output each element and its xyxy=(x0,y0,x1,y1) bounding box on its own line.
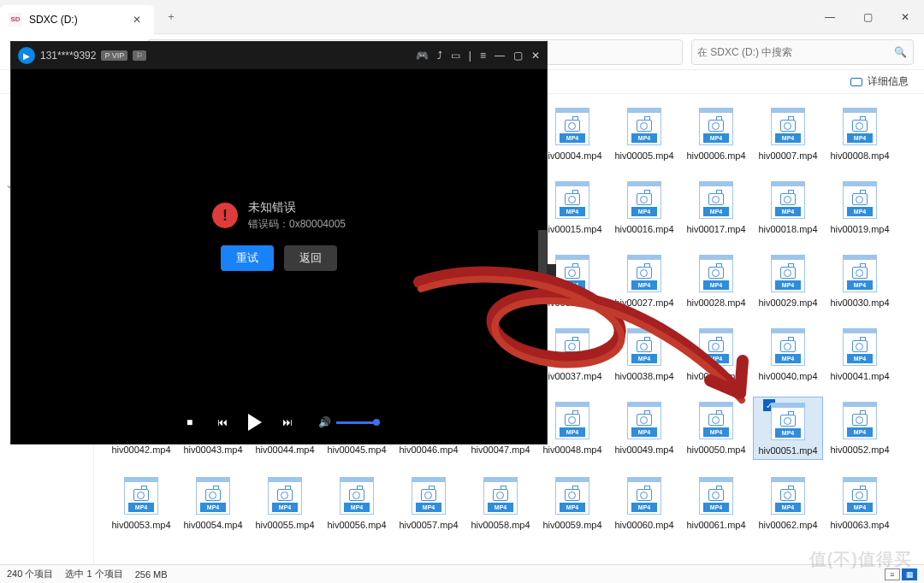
mp4-file-icon: MP4 xyxy=(843,181,877,219)
browser-tab[interactable]: SD SDXC (D:) ✕ xyxy=(0,5,154,34)
view-details-button[interactable]: ≡ xyxy=(885,568,900,580)
file-item[interactable]: MP4hiv00038.mp4 xyxy=(609,323,679,385)
file-item[interactable]: MP4hiv00040.mp4 xyxy=(753,323,823,385)
file-name: hiv00049.mp4 xyxy=(614,445,673,455)
search-input[interactable] xyxy=(697,46,892,58)
details-button[interactable]: 详细信息 xyxy=(868,74,909,89)
file-item[interactable]: MP4hiv00029.mp4 xyxy=(753,250,823,311)
mp4-file-icon: MP4 xyxy=(843,108,877,145)
player-avatar-icon[interactable]: ▶ xyxy=(18,47,35,64)
player-menu-icon[interactable]: ≡ xyxy=(480,50,486,62)
file-item[interactable]: MP4hiv00015.mp4 xyxy=(537,176,607,238)
mp4-file-icon: MP4 xyxy=(627,328,661,366)
file-item[interactable]: MP4hiv00048.mp4 xyxy=(537,397,607,460)
file-name: hiv00019.mp4 xyxy=(830,224,889,234)
mp4-file-icon: MP4 xyxy=(555,108,589,145)
file-item[interactable]: MP4hiv00059.mp4 xyxy=(537,472,607,533)
mp4-file-icon: MP4 xyxy=(627,255,661,292)
file-item[interactable]: MP4hiv00062.mp4 xyxy=(753,472,823,533)
file-item[interactable]: MP4hiv00054.mp4 xyxy=(178,472,248,533)
mp4-file-icon: MP4 xyxy=(699,108,733,145)
volume-control[interactable]: 🔊 xyxy=(318,416,377,428)
file-item[interactable]: MP4hiv00050.mp4 xyxy=(681,397,751,460)
player-collapse-icon[interactable]: ‹ xyxy=(547,264,556,302)
file-item[interactable]: MP4hiv00006.mp4 xyxy=(681,103,751,164)
next-track-icon[interactable]: ⏭ xyxy=(279,414,296,431)
gamepad-icon[interactable]: 🎮 xyxy=(416,50,429,62)
file-item[interactable]: MP4hiv00005.mp4 xyxy=(609,103,679,164)
file-item[interactable]: MP4hiv00061.mp4 xyxy=(681,472,751,533)
back-button-player[interactable]: 返回 xyxy=(284,245,337,271)
mp4-file-icon: MP4 xyxy=(843,328,877,366)
open-folder-icon[interactable]: ▭ xyxy=(451,50,460,62)
file-name: hiv00029.mp4 xyxy=(758,297,817,308)
file-item[interactable]: MP4hiv00039.mp4 xyxy=(681,323,751,385)
file-item[interactable]: MP4hiv00052.mp4 xyxy=(825,397,895,460)
file-item[interactable]: MP4hiv00055.mp4 xyxy=(250,472,320,533)
view-grid-button[interactable]: ▦ xyxy=(902,568,917,580)
file-name: hiv00041.mp4 xyxy=(830,371,889,381)
mp4-file-icon: MP4 xyxy=(555,181,589,219)
pin-icon[interactable]: ⤴ xyxy=(437,50,442,62)
mp4-file-icon: MP4 xyxy=(196,477,230,515)
file-item[interactable]: MP4hiv00058.mp4 xyxy=(465,472,536,533)
file-name: hiv00061.mp4 xyxy=(686,520,745,530)
close-tab-icon[interactable]: ✕ xyxy=(130,13,144,26)
file-item[interactable]: MP4hiv00049.mp4 xyxy=(609,397,679,460)
player-titlebar[interactable]: ▶ 131****9392 P VIP ⚐ 🎮 ⤴ ▭ | ≡ — ▢ ✕ xyxy=(11,42,547,69)
file-name: hiv00056.mp4 xyxy=(327,520,386,530)
file-item[interactable]: MP4hiv00008.mp4 xyxy=(825,103,895,164)
file-name: hiv00043.mp4 xyxy=(183,445,242,455)
file-item[interactable]: MP4hiv00028.mp4 xyxy=(681,250,751,311)
file-item[interactable]: MP4hiv00057.mp4 xyxy=(394,472,464,533)
speaker-icon[interactable]: 🔊 xyxy=(318,416,331,428)
stop-icon[interactable]: ■ xyxy=(181,414,198,431)
file-name: hiv00054.mp4 xyxy=(183,520,242,530)
file-name: hiv00044.mp4 xyxy=(255,445,314,455)
file-item[interactable]: MP4hiv00063.mp4 xyxy=(825,472,895,533)
error-title: 未知错误 xyxy=(248,200,346,215)
player-user: 131****9392 xyxy=(40,50,96,62)
volume-slider[interactable] xyxy=(336,421,377,424)
file-item[interactable]: MP4hiv00017.mp4 xyxy=(681,176,751,238)
file-name: hiv00059.mp4 xyxy=(542,520,601,530)
tab-title: SDXC (D:) xyxy=(29,14,78,26)
search-icon[interactable]: 🔍 xyxy=(892,46,908,58)
play-icon[interactable] xyxy=(246,414,264,431)
file-name: hiv00027.mp4 xyxy=(614,297,673,308)
file-item[interactable]: MP4hiv00016.mp4 xyxy=(609,176,679,238)
close-window-button[interactable]: ✕ xyxy=(886,0,924,34)
retry-button[interactable]: 重试 xyxy=(221,245,274,271)
file-item[interactable]: MP4hiv00053.mp4 xyxy=(106,472,176,533)
player-min-icon[interactable]: — xyxy=(495,50,505,62)
window-controls: — ▢ ✕ xyxy=(811,0,924,34)
maximize-button[interactable]: ▢ xyxy=(849,0,886,34)
prev-track-icon[interactable]: ⏮ xyxy=(214,414,231,431)
file-item[interactable]: MP4hiv00027.mp4 xyxy=(609,250,679,311)
minimize-button[interactable]: — xyxy=(811,0,849,34)
file-item[interactable]: MP4hiv00030.mp4 xyxy=(825,250,895,311)
mp4-file-icon: MP4 xyxy=(555,255,589,292)
mp4-file-icon: MP4 xyxy=(699,255,733,292)
file-item[interactable]: MP4hiv00018.mp4 xyxy=(753,176,823,238)
player-close-icon[interactable]: ✕ xyxy=(531,50,540,62)
mp4-file-icon: MP4 xyxy=(555,402,589,439)
file-item[interactable]: MP4hiv00037.mp4 xyxy=(537,323,607,385)
file-item[interactable]: MP4hiv00004.mp4 xyxy=(537,103,607,164)
divider-icon: | xyxy=(469,50,471,62)
file-name: hiv00053.mp4 xyxy=(111,520,170,530)
details-pane-icon[interactable] xyxy=(850,78,862,86)
file-name: hiv00039.mp4 xyxy=(686,371,745,381)
file-item[interactable]: MP4hiv00007.mp4 xyxy=(753,103,823,164)
player-max-icon[interactable]: ▢ xyxy=(513,50,523,62)
file-item[interactable]: MP4hiv00060.mp4 xyxy=(609,472,679,533)
file-item[interactable]: ✓MP4hiv00051.mp4 xyxy=(753,397,823,460)
file-item[interactable]: MP4hiv00019.mp4 xyxy=(825,176,895,238)
file-name: hiv00030.mp4 xyxy=(830,297,889,308)
search-box[interactable]: 🔍 xyxy=(691,39,914,65)
player-scrollbar[interactable] xyxy=(538,230,547,290)
status-bar: 240 个项目 选中 1 个项目 256 MB ≡ ▦ xyxy=(0,564,924,583)
file-item[interactable]: MP4hiv00056.mp4 xyxy=(322,472,392,533)
new-tab-button[interactable]: ＋ xyxy=(159,5,183,29)
file-item[interactable]: MP4hiv00041.mp4 xyxy=(825,323,895,385)
